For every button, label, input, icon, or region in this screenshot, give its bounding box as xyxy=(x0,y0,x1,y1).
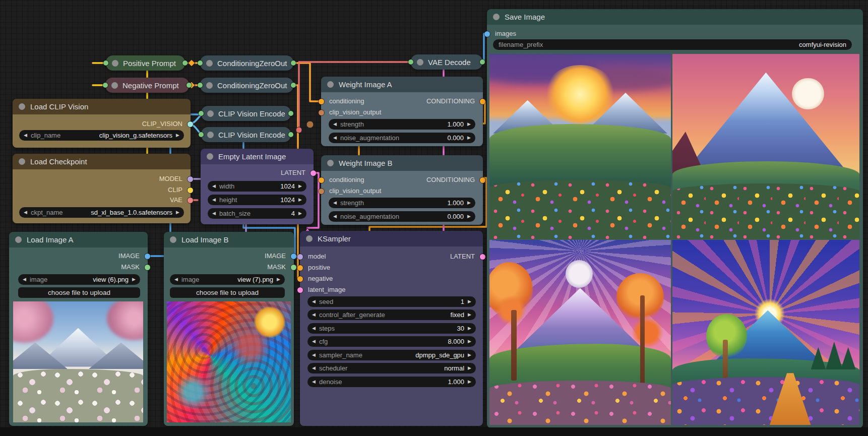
collapsed-port-dot[interactable] xyxy=(199,111,204,116)
port-clip[interactable] xyxy=(188,188,193,193)
node-header[interactable]: Load Image A xyxy=(9,232,148,247)
reroute-dot-clip-vision-output[interactable] xyxy=(306,121,314,128)
prev-arrow-icon[interactable]: ◀ xyxy=(312,296,316,307)
node-load-image-a[interactable]: Load Image A IMAGE MASK ◀ image view (6)… xyxy=(9,232,148,426)
prev-arrow-icon[interactable]: ◀ xyxy=(312,309,316,320)
next-arrow-icon[interactable]: ▶ xyxy=(132,274,136,285)
collapsed-port-dot[interactable] xyxy=(291,83,296,88)
node-header[interactable]: Weight Image A xyxy=(321,77,483,92)
next-arrow-icon[interactable]: ▶ xyxy=(298,208,302,219)
port-latent-image-in[interactable] xyxy=(297,287,303,293)
port-mask[interactable] xyxy=(291,265,296,270)
node-negative-prompt[interactable]: Negative Prompt xyxy=(105,78,189,93)
noise-augmentation-widget[interactable]: ◀ noise_augmentation 0.000 ▶ xyxy=(329,133,475,143)
denoise-widget[interactable]: ◀ denoise 1.000 ▶ xyxy=(307,377,476,387)
next-arrow-icon[interactable]: ▶ xyxy=(298,181,302,192)
node-save-image[interactable]: Save Image images filename_prefix comfyu… xyxy=(487,9,863,428)
next-arrow-icon[interactable]: ▶ xyxy=(277,274,280,285)
seed-widget[interactable]: ◀ seed 1 ▶ xyxy=(307,296,476,307)
node-empty-latent-image[interactable]: Empty Latent Image LATENT ◀ width 1024 ▶… xyxy=(201,149,314,224)
node-load-checkpoint[interactable]: Load Checkpoint MODEL CLIP VAE ◀ ckpt_na… xyxy=(13,154,191,223)
collapsed-port-dot[interactable] xyxy=(198,60,203,66)
prev-arrow-icon[interactable]: ◀ xyxy=(312,377,316,387)
next-arrow-icon[interactable]: ▶ xyxy=(467,211,471,222)
prev-arrow-icon[interactable]: ◀ xyxy=(23,274,26,285)
collapsed-port-dot[interactable] xyxy=(291,60,296,66)
node-load-image-b[interactable]: Load Image B IMAGE MASK ◀ image view (7)… xyxy=(164,232,294,426)
collapse-toggle[interactable] xyxy=(207,110,214,117)
collapsed-port-dot[interactable] xyxy=(408,59,413,65)
collapse-toggle[interactable] xyxy=(112,60,118,67)
choose-file-button[interactable]: choose file to upload xyxy=(170,287,285,298)
strength-widget[interactable]: ◀ strength 1.000 ▶ xyxy=(329,119,475,130)
node-clip-vision-encode-2[interactable]: CLIP Vision Encode xyxy=(201,127,291,142)
prev-arrow-icon[interactable]: ◀ xyxy=(174,274,178,285)
prev-arrow-icon[interactable]: ◀ xyxy=(333,119,337,130)
port-model[interactable] xyxy=(188,176,193,182)
batch-size-widget[interactable]: ◀ batch_size 4 ▶ xyxy=(208,208,306,219)
height-widget[interactable]: ◀ height 1024 ▶ xyxy=(208,195,306,205)
strength-widget[interactable]: ◀ strength 1.000 ▶ xyxy=(329,198,475,208)
port-conditioning-in[interactable] xyxy=(319,99,324,104)
next-arrow-icon[interactable]: ▶ xyxy=(467,119,471,130)
port-conditioning-out[interactable] xyxy=(480,99,485,104)
prev-arrow-icon[interactable]: ◀ xyxy=(212,195,216,205)
node-clip-vision-encode-1[interactable]: CLIP Vision Encode xyxy=(201,106,291,121)
port-conditioning-out[interactable] xyxy=(480,177,485,183)
node-header[interactable]: KSampler xyxy=(300,231,483,246)
prev-arrow-icon[interactable]: ◀ xyxy=(212,181,216,192)
collapse-toggle[interactable] xyxy=(19,158,25,165)
collapsed-port-dot[interactable] xyxy=(288,132,293,137)
prev-arrow-icon[interactable]: ◀ xyxy=(212,208,216,219)
node-weight-image-b[interactable]: Weight Image B conditioning CONDITIONING… xyxy=(321,155,483,225)
reroute-diamond-positive[interactable] xyxy=(188,59,195,67)
collapsed-port-dot[interactable] xyxy=(198,83,203,88)
collapsed-port-dot[interactable] xyxy=(182,60,188,66)
collapse-toggle[interactable] xyxy=(15,236,22,243)
reroute-dot-vae[interactable] xyxy=(296,127,302,133)
clip-name-widget[interactable]: ◀ clip_name clip_vision_g.safetensors ▶ xyxy=(19,130,184,141)
collapsed-port-dot[interactable] xyxy=(103,60,108,66)
collapsed-port-dot[interactable] xyxy=(103,83,108,88)
prev-arrow-icon[interactable]: ◀ xyxy=(312,336,316,347)
node-load-clip-vision[interactable]: Load CLIP Vision CLIP_VISION ◀ clip_name… xyxy=(13,99,191,148)
node-header[interactable]: Load Checkpoint xyxy=(13,154,191,169)
collapse-toggle[interactable] xyxy=(207,132,214,138)
ckpt-name-widget[interactable]: ◀ ckpt_name sd_xl_base_1.0.safetensors ▶ xyxy=(19,207,184,218)
prev-arrow-icon[interactable]: ◀ xyxy=(312,363,316,373)
collapsed-port-dot[interactable] xyxy=(480,59,485,65)
node-header[interactable]: Save Image xyxy=(487,9,863,25)
node-vae-decode[interactable]: VAE Decode xyxy=(411,54,482,70)
port-images-in[interactable] xyxy=(484,31,490,37)
port-negative-in[interactable] xyxy=(297,276,303,282)
prev-arrow-icon[interactable]: ◀ xyxy=(24,130,27,141)
image-widget[interactable]: ◀ image view (7).png ▶ xyxy=(170,274,285,285)
port-latent[interactable] xyxy=(311,170,316,176)
next-arrow-icon[interactable]: ▶ xyxy=(468,296,471,307)
collapse-toggle[interactable] xyxy=(306,235,313,242)
collapsed-port-dot[interactable] xyxy=(288,111,293,116)
collapse-toggle[interactable] xyxy=(207,153,213,160)
collapse-toggle[interactable] xyxy=(170,236,176,243)
noise-augmentation-widget[interactable]: ◀ noise_augmentation 0.000 ▶ xyxy=(329,211,475,222)
port-vae[interactable] xyxy=(188,198,193,203)
prev-arrow-icon[interactable]: ◀ xyxy=(312,350,316,360)
collapse-toggle[interactable] xyxy=(206,82,213,89)
node-weight-image-a[interactable]: Weight Image A conditioning CONDITIONING… xyxy=(321,77,483,146)
port-mask[interactable] xyxy=(145,265,150,270)
prev-arrow-icon[interactable]: ◀ xyxy=(333,198,337,208)
next-arrow-icon[interactable]: ▶ xyxy=(468,309,471,320)
node-conditioning-zero-out-1[interactable]: ConditioningZeroOut xyxy=(200,55,293,71)
next-arrow-icon[interactable]: ▶ xyxy=(176,130,179,141)
collapsed-port-dot[interactable] xyxy=(187,83,192,88)
port-clip-vision-output[interactable] xyxy=(188,121,193,127)
node-header[interactable]: Empty Latent Image xyxy=(201,149,314,164)
comfyui-canvas[interactable]: Positive Prompt Negative Prompt Conditio… xyxy=(0,0,868,436)
prev-arrow-icon[interactable]: ◀ xyxy=(24,207,27,218)
next-arrow-icon[interactable]: ▶ xyxy=(468,363,471,373)
prev-arrow-icon[interactable]: ◀ xyxy=(333,133,337,143)
node-header[interactable]: Load Image B xyxy=(164,232,294,247)
next-arrow-icon[interactable]: ▶ xyxy=(298,195,302,205)
next-arrow-icon[interactable]: ▶ xyxy=(467,133,471,143)
port-image[interactable] xyxy=(145,254,150,259)
